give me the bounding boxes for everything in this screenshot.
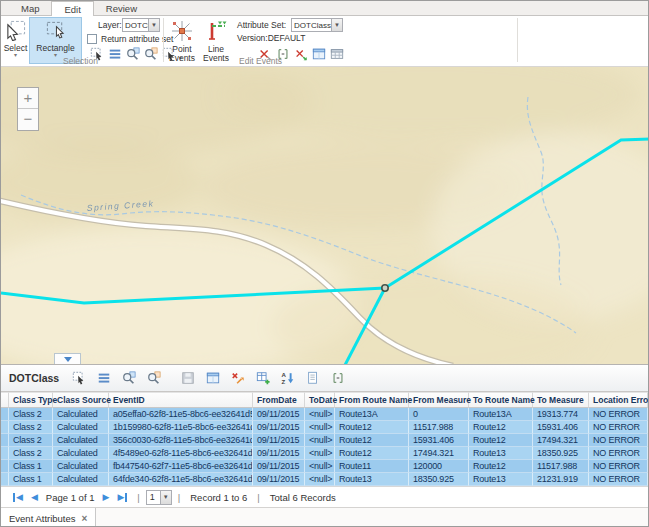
- delete-records-icon[interactable]: [230, 370, 246, 386]
- copy-records-icon[interactable]: [305, 370, 321, 386]
- table-row[interactable]: Class 1Calculatedfb447540-62f7-11e5-8bc6…: [1, 460, 648, 473]
- options-menu-icon[interactable]: [96, 370, 112, 386]
- row-indicator-cell[interactable]: [1, 408, 9, 421]
- zoom-out-button[interactable]: −: [18, 109, 38, 130]
- table-cell: Route12: [469, 421, 533, 434]
- tab-map[interactable]: Map: [9, 0, 51, 15]
- ribbon-group-divider: [517, 18, 518, 62]
- attribute-set-combobox[interactable]: DOTClass ▼: [291, 18, 343, 32]
- column-header-class-type[interactable]: Class Type: [9, 392, 53, 408]
- table-row[interactable]: Class 2Calculated4f5489e0-62f8-11e5-8bc6…: [1, 447, 648, 460]
- table-cell: 17494.321: [533, 434, 589, 447]
- row-indicator-cell[interactable]: [1, 473, 9, 486]
- point-events-button[interactable]: Point Events: [166, 17, 198, 64]
- svg-text:Z: Z: [282, 378, 286, 385]
- table-cell: Route13: [335, 473, 409, 486]
- map-view[interactable]: Spring Creek + −: [1, 67, 649, 364]
- table-cell: Route11: [335, 460, 409, 473]
- row-indicator-cell[interactable]: [1, 421, 9, 434]
- table-cell: Calculated: [53, 434, 109, 447]
- total-records-text: Total 6 Records: [270, 492, 336, 503]
- return-attribute-set-checkbox[interactable]: [87, 34, 97, 44]
- table-row[interactable]: Class 2Calculated356c0030-62f8-11e5-8bc6…: [1, 434, 648, 447]
- column-header-class-source[interactable]: Class Source: [53, 392, 109, 408]
- resize-columns-icon[interactable]: [330, 370, 346, 386]
- column-header-eventid[interactable]: EventID: [109, 392, 253, 408]
- column-header-from-route-name[interactable]: From Route Name: [335, 392, 409, 408]
- table-row[interactable]: Class 1Calculated64fde340-62f8-11e5-8bc6…: [1, 473, 648, 486]
- zoom-to-selection-icon[interactable]: [125, 46, 140, 61]
- previous-page-icon[interactable]: ◀: [31, 493, 38, 502]
- table-cell: NO ERROR: [589, 473, 648, 486]
- line-events-button[interactable]: Line Events: [200, 17, 232, 64]
- next-page-icon[interactable]: ▶: [102, 493, 109, 502]
- sort-records-icon[interactable]: AZ: [280, 370, 296, 386]
- table-cell: Class 1: [9, 460, 53, 473]
- attribute-window-icon[interactable]: [311, 46, 326, 61]
- split-event-icon[interactable]: [293, 46, 308, 61]
- rectangle-dropdown-caret-icon[interactable]: ▾: [54, 53, 57, 58]
- table-cell: 09/11/2015: [253, 408, 305, 421]
- table-cell: fb447540-62f7-11e5-8bc6-ee32641d5ec9: [109, 460, 253, 473]
- ribbon-tabbar: Map Edit Review: [1, 1, 648, 16]
- tab-event-attributes[interactable]: Event Attributes ×: [1, 508, 96, 527]
- layer-combobox[interactable]: DOTClass ▼: [122, 18, 160, 32]
- attribute-window-icon[interactable]: [205, 370, 221, 386]
- page-number-combobox[interactable]: 1 ▼: [146, 490, 172, 505]
- line-events-icon: [205, 20, 227, 44]
- select-dropdown-caret-icon[interactable]: ▾: [14, 53, 17, 58]
- close-tab-icon[interactable]: ×: [82, 513, 88, 524]
- table-row[interactable]: Class 2Calculated1b159980-62f8-11e5-8bc6…: [1, 421, 648, 434]
- attribute-grid-icon[interactable]: [329, 46, 344, 61]
- append-records-icon[interactable]: [255, 370, 271, 386]
- column-header-from-measure[interactable]: From Measure: [409, 392, 469, 408]
- select-records-icon[interactable]: [71, 370, 87, 386]
- table-cell: Class 2: [9, 408, 53, 421]
- save-results-icon[interactable]: [180, 370, 196, 386]
- pagination-separator: |: [137, 492, 139, 503]
- row-indicator-cell[interactable]: [1, 460, 9, 473]
- table-cell: NO ERROR: [589, 421, 648, 434]
- collapse-arrow-icon: [64, 357, 72, 362]
- column-header-fromdate[interactable]: FromDate: [253, 392, 305, 408]
- route-junction-marker[interactable]: [382, 285, 388, 291]
- point-events-label: Point Events: [168, 45, 196, 63]
- table-cell: Route13: [469, 447, 533, 460]
- pan-to-selected-icon[interactable]: [146, 370, 162, 386]
- selection-list-icon[interactable]: [107, 46, 122, 61]
- table-cell: Route13: [469, 473, 533, 486]
- table-cell: 09/11/2015: [253, 447, 305, 460]
- table-cell: Class 2: [9, 434, 53, 447]
- table-cell: 17494.321: [409, 447, 469, 460]
- table-cell: 09/11/2015: [253, 421, 305, 434]
- zoom-in-button[interactable]: +: [18, 88, 38, 109]
- panel-collapse-button[interactable]: [54, 353, 81, 364]
- table-cell: Route12: [335, 434, 409, 447]
- tab-review[interactable]: Review: [94, 0, 149, 15]
- zoom-to-selected-icon[interactable]: [121, 370, 137, 386]
- column-header-to-route-name[interactable]: To Route Name: [469, 392, 533, 408]
- table-cell: Route12: [335, 447, 409, 460]
- layer-combobox-arrow-icon[interactable]: ▼: [148, 19, 159, 31]
- page-number-arrow-icon[interactable]: ▼: [160, 491, 171, 504]
- row-indicator-cell[interactable]: [1, 434, 9, 447]
- basemap: Spring Creek: [1, 67, 649, 364]
- line-events-label: Line Events: [202, 45, 230, 63]
- select-button[interactable]: Select ▾: [3, 17, 28, 64]
- table-cell: Class 2: [9, 421, 53, 434]
- column-header-todate[interactable]: ToDate: [305, 392, 335, 408]
- first-page-icon[interactable]: ◀: [13, 493, 23, 502]
- table-cell: 11517.988: [409, 421, 469, 434]
- tab-edit[interactable]: Edit: [51, 1, 93, 16]
- pan-to-selection-icon[interactable]: [143, 46, 158, 61]
- attribute-set-combobox-arrow-icon[interactable]: ▼: [331, 19, 342, 31]
- table-cell: 356c0030-62f8-11e5-8bc6-ee32641d5ec9: [109, 434, 253, 447]
- table-cell: NO ERROR: [589, 434, 648, 447]
- row-indicator-cell[interactable]: [1, 447, 9, 460]
- column-header-to-measure[interactable]: To Measure: [533, 392, 589, 408]
- table-cell: 11517.988: [533, 460, 589, 473]
- column-header-location-error[interactable]: Location Error: [589, 392, 648, 408]
- table-row[interactable]: Class 2Calculateda05effa0-62f8-11e5-8bc6…: [1, 408, 648, 421]
- table-cell: Calculated: [53, 408, 109, 421]
- last-page-icon[interactable]: ▶: [117, 493, 127, 502]
